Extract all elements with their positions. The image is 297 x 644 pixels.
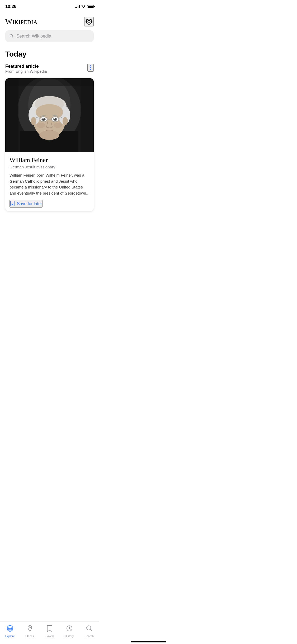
dot1 bbox=[90, 65, 91, 66]
gear-icon bbox=[85, 18, 93, 25]
article-text: William Feiner, born Wilhelm Feiner, was… bbox=[10, 172, 89, 196]
svg-rect-35 bbox=[5, 78, 18, 152]
svg-rect-37 bbox=[5, 78, 94, 86]
svg-point-31 bbox=[54, 123, 62, 128]
svg-point-19 bbox=[42, 118, 45, 121]
search-bar-icon bbox=[10, 34, 14, 38]
search-container: Search Wikipedia bbox=[0, 30, 99, 47]
signal-icon bbox=[75, 5, 80, 8]
status-bar: 10:26 bbox=[0, 0, 99, 12]
main-content: Today Featured article From English Wiki… bbox=[0, 47, 99, 248]
svg-rect-36 bbox=[81, 78, 94, 152]
svg-point-20 bbox=[43, 118, 44, 119]
status-time: 10:26 bbox=[5, 4, 16, 9]
dot3 bbox=[90, 69, 91, 70]
svg-point-16 bbox=[36, 104, 63, 120]
article-title: William Feiner bbox=[10, 157, 89, 164]
bookmark-icon bbox=[10, 200, 15, 207]
article-image bbox=[5, 78, 94, 152]
article-card[interactable]: William Feiner German Jesuit missionary … bbox=[5, 78, 94, 211]
article-body: William Feiner German Jesuit missionary … bbox=[5, 152, 94, 211]
header: Wikipedia bbox=[0, 12, 99, 30]
dot2 bbox=[90, 67, 91, 68]
featured-section: Featured article From English Wikipedia bbox=[5, 64, 94, 211]
svg-point-23 bbox=[54, 118, 56, 121]
svg-point-30 bbox=[37, 123, 45, 128]
wikipedia-logo: Wikipedia bbox=[5, 17, 37, 26]
svg-point-34 bbox=[63, 117, 68, 125]
wifi-icon bbox=[81, 5, 86, 9]
status-icons bbox=[75, 5, 94, 9]
featured-label: Featured article bbox=[5, 64, 47, 69]
svg-point-32 bbox=[39, 130, 59, 140]
settings-button[interactable] bbox=[84, 17, 94, 26]
save-later-button[interactable]: Save for later bbox=[10, 200, 43, 208]
more-options-button[interactable] bbox=[87, 64, 94, 72]
featured-header: Featured article From English Wikipedia bbox=[5, 64, 94, 77]
featured-sublabel: From English Wikipedia bbox=[5, 69, 47, 73]
battery-icon bbox=[87, 5, 94, 8]
search-placeholder: Search Wikipedia bbox=[16, 34, 89, 39]
today-heading: Today bbox=[5, 50, 94, 58]
svg-point-33 bbox=[31, 117, 36, 125]
svg-point-24 bbox=[54, 118, 55, 119]
article-subtitle: German Jesuit missionary bbox=[10, 165, 89, 169]
svg-point-0 bbox=[88, 21, 90, 23]
search-bar[interactable]: Search Wikipedia bbox=[5, 30, 94, 42]
save-later-label: Save for later bbox=[17, 201, 42, 206]
svg-line-2 bbox=[12, 37, 13, 38]
